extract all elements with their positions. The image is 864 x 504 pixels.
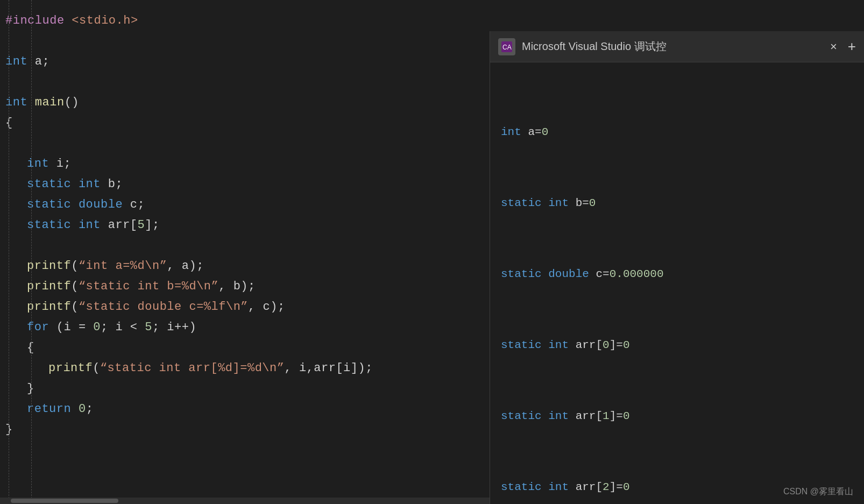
code-line-static-b: static int b;: [5, 174, 479, 195]
keyword-for: for: [27, 317, 49, 338]
code-line-printf3: printf ( “static double c=%lf\n” , c);: [5, 297, 479, 317]
debug-title: Microsoft Visual Studio 调试控: [522, 39, 830, 54]
scrollbar-area[interactable]: [0, 498, 490, 504]
keyword-static-b: static: [27, 174, 71, 195]
func-printf2: printf: [27, 276, 71, 297]
output-line-1: int a=0: [501, 120, 853, 144]
code-line-open-brace: {: [5, 113, 479, 133]
code-line-blank2: [5, 72, 479, 93]
debug-add-button[interactable]: +: [848, 38, 856, 55]
code-line-printf1: printf ( “int a=%d\n” , a);: [5, 256, 479, 276]
code-line-main: int main (): [5, 93, 479, 113]
keyword-int-i: int: [27, 154, 49, 174]
code-line-include: #include <stdio.h>: [5, 11, 479, 31]
code-line-close-brace: }: [5, 420, 479, 440]
indent-guide-1: [9, 0, 9, 504]
for-end: 5: [145, 317, 152, 338]
code-line-int-a: int a;: [5, 52, 479, 72]
output-line-2: static int b=0: [501, 191, 853, 215]
output-line-4: static int arr[0]=0: [501, 333, 853, 357]
code-line-blank1: [5, 31, 479, 52]
debug-output: int a=0 static int b=0 static double c=0…: [490, 62, 864, 504]
return-val: 0: [79, 399, 86, 420]
func-printf3: printf: [27, 297, 71, 317]
string-printf3: “static double c=%lf\n”: [79, 297, 248, 317]
keyword-int-b: int: [79, 174, 101, 195]
string-printf-arr: “static int arr[%d]=%d\n”: [100, 358, 285, 379]
watermark: CSDN @雾里看山: [783, 486, 853, 498]
include-path: <stdio.h>: [72, 11, 138, 31]
code-line-return: return 0 ;: [5, 399, 479, 420]
arr-size: 5: [138, 215, 145, 236]
code-line-blank3: [5, 133, 479, 154]
output-line-5: static int arr[1]=0: [501, 404, 853, 428]
func-printf-arr: printf: [48, 358, 93, 379]
string-printf2: “static int b=%d\n”: [79, 276, 218, 297]
vs-icon: CA: [498, 38, 515, 55]
keyword-static-c: static: [27, 195, 71, 215]
keyword-return: return: [27, 399, 71, 420]
code-editor: #include <stdio.h> int a; int main () {: [0, 0, 490, 504]
code-content: #include <stdio.h> int a; int main () {: [5, 11, 479, 440]
code-line-static-c: static double c;: [5, 195, 479, 215]
for-start: 0: [93, 317, 101, 338]
code-line-close-brace2: }: [5, 379, 479, 399]
code-line-int-i: int i;: [5, 154, 479, 174]
preprocessor-include: #include: [5, 11, 65, 31]
func-printf1: printf: [27, 256, 71, 276]
scrollbar-thumb[interactable]: [11, 499, 118, 503]
debug-close-button[interactable]: ×: [830, 40, 837, 54]
indent-guide-2: [31, 0, 32, 504]
code-line-open-brace2: {: [5, 338, 479, 358]
function-main: main: [35, 93, 65, 113]
code-line-printf-arr: printf ( “static int arr[%d]=%d\n” , i,a…: [5, 358, 479, 379]
code-line-static-arr: static int arr[ 5 ];: [5, 215, 479, 236]
code-line-for: for (i = 0 ; i < 5 ; i++): [5, 317, 479, 338]
keyword-int-arr: int: [79, 215, 101, 236]
keyword-static-arr: static: [27, 215, 71, 236]
code-line-blank4: [5, 236, 479, 256]
debug-titlebar: CA Microsoft Visual Studio 调试控 × +: [490, 31, 864, 62]
code-line-printf2: printf ( “static int b=%d\n” , b);: [5, 276, 479, 297]
string-printf1: “int a=%d\n”: [79, 256, 167, 276]
svg-text:CA: CA: [502, 44, 512, 51]
output-line-3: static double c=0.000000: [501, 262, 853, 286]
debug-console: CA Microsoft Visual Studio 调试控 × + int a…: [490, 31, 864, 504]
keyword-double-c: double: [79, 195, 123, 215]
